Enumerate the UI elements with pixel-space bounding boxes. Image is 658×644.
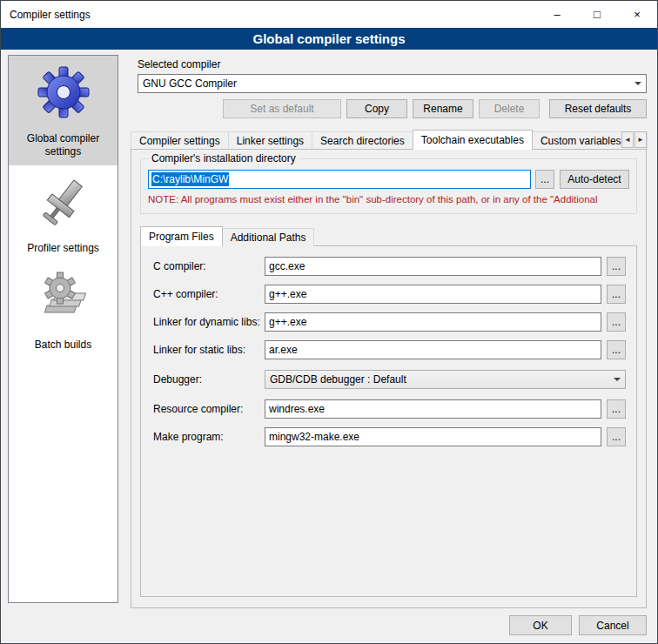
tab-scroll-right-icon[interactable]: ► [634, 131, 647, 148]
debugger-value: GDB/CDB debugger : Default [270, 373, 406, 386]
resource-compiler-row: Resource compiler: ... [153, 399, 626, 419]
resource-compiler-input[interactable] [265, 399, 601, 419]
c-compiler-input[interactable] [265, 257, 601, 276]
make-program-input[interactable] [265, 427, 601, 446]
dynamic-linker-input[interactable] [265, 312, 601, 332]
installation-directory-input[interactable]: C:\raylib\MinGW [148, 170, 531, 189]
sidebar-item-label: Batch builds [31, 339, 95, 352]
static-linker-browse-button[interactable]: ... [607, 340, 626, 359]
window-controls: – □ × [537, 1, 657, 28]
static-linker-input[interactable] [265, 340, 601, 359]
static-linker-row: Linker for static libs: ... [153, 340, 626, 359]
main-panel: Selected compiler GNU GCC Compiler Set a… [127, 55, 650, 608]
cpp-compiler-label: C++ compiler: [153, 288, 265, 300]
titlebar: Compiler settings – □ × [1, 1, 657, 28]
ok-button[interactable]: OK [509, 615, 572, 635]
clamp-tool-icon [36, 174, 91, 230]
make-program-row: Make program: ... [153, 427, 626, 446]
tab-toolchain-executables[interactable]: Toolchain executables [413, 130, 533, 150]
chevron-down-icon [630, 76, 645, 91]
window-title: Compiler settings [1, 9, 91, 21]
tab-additional-paths[interactable]: Additional Paths [222, 228, 315, 246]
sidebar-item-batch-builds[interactable]: Batch builds [9, 262, 118, 359]
program-files-tabbar: Program Files Additional Paths [140, 226, 313, 246]
tab-linker-settings[interactable]: Linker settings [228, 131, 312, 150]
dynamic-linker-row: Linker for dynamic libs: ... [153, 312, 626, 332]
compiler-settings-window: Compiler settings – □ × Global compiler … [0, 0, 658, 644]
installation-directory-value: C:\raylib\MinGW [151, 172, 229, 186]
dynamic-linker-label: Linker for dynamic libs: [153, 316, 265, 328]
c-compiler-browse-button[interactable]: ... [607, 257, 626, 276]
dialog-footer: OK Cancel [502, 615, 647, 635]
browse-directory-button[interactable]: ... [535, 170, 554, 189]
cancel-button[interactable]: Cancel [579, 615, 647, 635]
tab-custom-variables[interactable]: Custom variables [532, 131, 630, 150]
resource-compiler-label: Resource compiler: [153, 403, 265, 415]
compiler-action-buttons: Set as default Copy Rename Delete Reset … [138, 99, 647, 118]
installation-directory-label: Compiler's installation directory [148, 152, 299, 164]
blue-gear-icon [36, 64, 91, 120]
copy-button[interactable]: Copy [346, 99, 407, 118]
installation-directory-groupbox: Compiler's installation directory C:\ray… [140, 158, 637, 214]
debugger-label: Debugger: [153, 373, 265, 386]
tab-program-files[interactable]: Program Files [140, 226, 223, 246]
tab-compiler-settings[interactable]: Compiler settings [131, 131, 229, 150]
dialog-header: Global compiler settings [1, 28, 657, 50]
tab-scroll-buttons: ◄ ► [621, 131, 647, 148]
cpp-compiler-browse-button[interactable]: ... [607, 285, 626, 304]
dynamic-linker-browse-button[interactable]: ... [607, 312, 626, 332]
auto-detect-button[interactable]: Auto-detect [560, 170, 629, 189]
sidebar-item-label: Profiler settings [24, 242, 103, 255]
resource-compiler-browse-button[interactable]: ... [607, 399, 626, 419]
reset-defaults-button[interactable]: Reset defaults [549, 99, 647, 118]
gray-gear-stack-icon [36, 271, 91, 326]
toolchain-executables-page: Compiler's installation directory C:\ray… [131, 149, 647, 608]
settings-tabbar: Compiler settings Linker settings Search… [131, 130, 647, 150]
debugger-row: Debugger: GDB/CDB debugger : Default [153, 370, 626, 389]
debugger-combobox[interactable]: GDB/CDB debugger : Default [265, 370, 626, 389]
set-as-default-button[interactable]: Set as default [223, 99, 341, 118]
bin-subdirectory-note: NOTE: All programs must exist either in … [148, 194, 633, 205]
tab-scroll-left-icon[interactable]: ◄ [621, 131, 634, 148]
make-program-browse-button[interactable]: ... [607, 427, 626, 446]
c-compiler-label: C compiler: [153, 260, 265, 272]
minimize-icon[interactable]: – [537, 1, 577, 28]
sidebar-item-profiler-settings[interactable]: Profiler settings [9, 165, 118, 262]
c-compiler-row: C compiler: ... [153, 257, 626, 276]
settings-category-list: Global compiler settings Profiler settin… [8, 55, 118, 603]
rename-button[interactable]: Rename [413, 99, 473, 118]
selected-compiler-value: GNU GCC Compiler [143, 77, 237, 90]
maximize-icon[interactable]: □ [577, 1, 617, 28]
tab-search-directories[interactable]: Search directories [312, 131, 413, 150]
program-files-page: C compiler: ... C++ compiler: ... Linker… [140, 245, 637, 597]
sidebar-item-global-compiler-settings[interactable]: Global compiler settings [9, 56, 118, 165]
static-linker-label: Linker for static libs: [153, 344, 265, 356]
installation-directory-row: C:\raylib\MinGW ... Auto-detect [148, 170, 629, 189]
cpp-compiler-row: C++ compiler: ... [153, 285, 626, 304]
chevron-down-icon [609, 372, 624, 387]
close-icon[interactable]: × [617, 1, 657, 28]
selected-compiler-label: Selected compiler [138, 58, 220, 70]
sidebar-item-label: Global compiler settings [10, 132, 116, 158]
make-program-label: Make program: [153, 431, 265, 443]
selected-compiler-combobox[interactable]: GNU GCC Compiler [138, 74, 647, 93]
cpp-compiler-input[interactable] [265, 285, 601, 304]
delete-button[interactable]: Delete [479, 99, 540, 118]
